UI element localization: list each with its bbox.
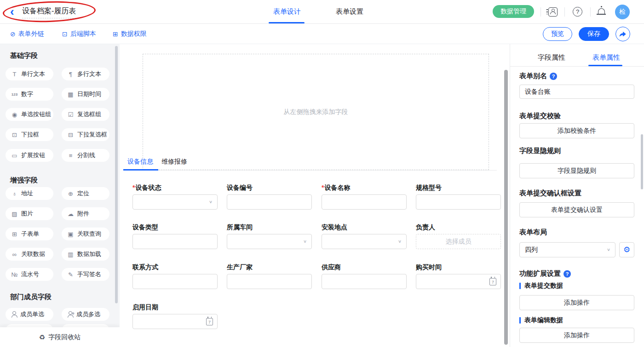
address-icon: ♁ bbox=[11, 190, 18, 197]
chevron-down-icon: ∨ bbox=[303, 239, 307, 244]
field-pill-dropdown[interactable]: ⊡下拉框 bbox=[6, 128, 53, 141]
share-button[interactable] bbox=[615, 27, 630, 41]
tab-form-design[interactable]: 表单设计 bbox=[269, 7, 305, 16]
linked-data-icon: ∞ bbox=[11, 251, 18, 258]
form-field-owner: 负责人 选择成员 bbox=[416, 223, 501, 249]
form-field-purchase-time: 购买时间 7 bbox=[416, 263, 501, 289]
canvas-tab-repair[interactable]: 维修报修 bbox=[161, 158, 187, 166]
checkbox-group-icon: ☑ bbox=[67, 111, 74, 118]
form-external-link[interactable]: ⊘ 表单外链 bbox=[10, 30, 44, 38]
help-icon[interactable]: ? bbox=[573, 7, 582, 17]
linked-query-icon: ▣ bbox=[67, 231, 74, 238]
layout-settings-button[interactable]: ⚙ bbox=[619, 242, 634, 257]
field-pill-address[interactable]: ♁地址 bbox=[6, 187, 53, 200]
field-pill-extend-button[interactable]: ▭扩展按钮 bbox=[6, 149, 53, 162]
form-toolbar: ⊘ 表单外链 ⊡ 后端脚本 ⊞ 数据权限 预览 保存 bbox=[0, 24, 644, 44]
serial-number-icon: № bbox=[11, 271, 18, 278]
form-field-device-type: 设备类型 bbox=[132, 223, 218, 249]
device-code-input[interactable] bbox=[227, 194, 312, 210]
field-pill-image[interactable]: ▨图片 bbox=[6, 207, 53, 220]
device-status-select[interactable]: ∨ bbox=[132, 194, 218, 210]
question-badge-icon[interactable]: ? bbox=[550, 73, 557, 80]
field-pill-multi-line-text[interactable]: ¶多行文本 bbox=[62, 68, 109, 80]
field-pill-divider-line[interactable]: ≡分割线 bbox=[62, 149, 109, 162]
install-location-select[interactable]: ∨ bbox=[322, 234, 407, 249]
chevron-down-icon: ∨ bbox=[209, 199, 213, 204]
form-edit-data-label: 表单编辑数据 bbox=[519, 316, 563, 324]
field-pill-signature[interactable]: ✎手写签名 bbox=[62, 268, 109, 281]
divider bbox=[540, 7, 541, 17]
field-dropzone[interactable]: 从左侧拖拽来添加字段 bbox=[143, 54, 489, 170]
data-permission-icon: ⊞ bbox=[113, 30, 118, 38]
gear-icon: ⚙ bbox=[623, 245, 630, 255]
contacts-book-icon[interactable] bbox=[548, 7, 558, 17]
field-pill-attachment[interactable]: ☁附件 bbox=[62, 207, 109, 220]
sidebar-scrollbar[interactable] bbox=[115, 46, 118, 303]
avatar[interactable]: 检 bbox=[615, 5, 630, 19]
form-layout-label: 表单布局 bbox=[519, 228, 547, 237]
workshop-select[interactable]: ∨ bbox=[227, 234, 312, 249]
field-pill-data-load[interactable]: ▥数据加载 bbox=[62, 248, 109, 261]
form-field-device-code: 设备编号 bbox=[227, 184, 312, 210]
submit-confirm-button[interactable]: 表单提交确认设置 bbox=[519, 202, 634, 217]
field-pill-serial-number[interactable]: №流水号 bbox=[6, 268, 53, 281]
tab-form-settings[interactable]: 表单设置 bbox=[331, 7, 368, 16]
spec-model-input[interactable] bbox=[416, 194, 501, 210]
field-pill-member-multi[interactable]: 成员多选 bbox=[62, 308, 109, 321]
section-title-member-fields: 部门成员字段 bbox=[10, 293, 52, 301]
canvas-tab-device-info[interactable]: 设备信息 bbox=[127, 158, 153, 166]
save-button[interactable]: 保存 bbox=[579, 27, 609, 41]
section-title-enhanced-fields: 增强字段 bbox=[10, 176, 38, 185]
panel-scrollbar[interactable] bbox=[641, 134, 643, 189]
back-icon[interactable]: ‹ bbox=[10, 5, 14, 18]
radio-group-icon: ◉ bbox=[11, 111, 18, 118]
field-pill-checkbox-group[interactable]: ☑复选框组 bbox=[62, 108, 109, 121]
purchase-time-input[interactable]: 7 bbox=[416, 274, 501, 289]
field-visibility-button[interactable]: 字段显隐规则 bbox=[519, 163, 634, 178]
tab-underline bbox=[123, 170, 497, 171]
form-field-install-location: 安装地点 ∨ bbox=[322, 223, 407, 249]
field-pill-linked-data[interactable]: ∞关联数据 bbox=[6, 248, 53, 261]
add-action-edit-button[interactable]: 添加操作 bbox=[519, 328, 634, 343]
extension-settings-label: 功能扩展设置 ? bbox=[519, 269, 571, 278]
preview-button[interactable]: 预览 bbox=[543, 27, 572, 41]
form-layout-select[interactable]: 四列 ∨ bbox=[519, 242, 615, 257]
add-action-submit-button[interactable]: 添加操作 bbox=[519, 295, 634, 310]
backend-script-link[interactable]: ⊡ 后端脚本 bbox=[62, 30, 96, 38]
data-permission-link[interactable]: ⊞ 数据权限 bbox=[113, 30, 147, 38]
add-validation-button[interactable]: 添加校验条件 bbox=[519, 123, 634, 138]
field-pill-multi-dropdown[interactable]: ⊟下拉复选框 bbox=[62, 128, 109, 141]
tab-form-properties[interactable]: 表单属性 bbox=[592, 53, 621, 62]
canvas-scrollbar[interactable] bbox=[504, 70, 508, 345]
select-member-button[interactable]: 选择成员 bbox=[416, 234, 501, 249]
subform-icon: ⊞ bbox=[11, 231, 18, 238]
properties-panel: 字段属性 表单属性 表单别名 ? 表单提交校验 添加校验条件 字段显隐规则 字段… bbox=[510, 44, 644, 347]
question-badge-icon[interactable]: ? bbox=[564, 270, 571, 278]
bell-icon[interactable] bbox=[598, 8, 605, 14]
field-library-sidebar: 基础字段 T单行文本 ¶多行文本 123数字 ▦日期时间 ◉单选按钮组 ☑复选框… bbox=[0, 44, 120, 347]
tab-field-properties[interactable]: 字段属性 bbox=[537, 53, 566, 62]
field-pill-single-line-text[interactable]: T单行文本 bbox=[6, 68, 53, 80]
dropzone-placeholder: 从左侧拖拽来添加字段 bbox=[284, 108, 348, 116]
device-type-input[interactable] bbox=[132, 234, 218, 249]
supplier-input[interactable] bbox=[322, 274, 407, 289]
field-pill-member-single[interactable]: 成员单选 bbox=[6, 308, 53, 321]
enable-date-input[interactable]: 7 bbox=[132, 314, 218, 329]
field-recycle-bin[interactable]: ♻ 字段回收站 bbox=[0, 327, 120, 347]
field-pill-linked-query[interactable]: ▣关联查询 bbox=[62, 228, 109, 240]
field-pill-locate[interactable]: ⊕定位 bbox=[62, 187, 109, 200]
form-alias-input[interactable] bbox=[519, 85, 634, 99]
field-pill-radio-group[interactable]: ◉单选按钮组 bbox=[6, 108, 53, 121]
field-pill-number[interactable]: 123数字 bbox=[6, 88, 53, 101]
field-visibility-label: 字段显隐规则 bbox=[519, 147, 561, 155]
contact-input[interactable] bbox=[132, 274, 218, 289]
single-line-text-icon: T bbox=[11, 71, 18, 78]
field-pill-datetime[interactable]: ▦日期时间 bbox=[62, 88, 109, 101]
manufacturer-input[interactable] bbox=[227, 274, 312, 289]
device-name-input[interactable] bbox=[322, 194, 407, 210]
form-field-supplier: 供应商 bbox=[322, 263, 407, 289]
field-pill-subform[interactable]: ⊞子表单 bbox=[6, 228, 53, 240]
attachment-icon: ☁ bbox=[67, 210, 74, 217]
section-title-basic-fields: 基础字段 bbox=[10, 51, 38, 60]
data-manage-button[interactable]: 数据管理 bbox=[493, 5, 534, 18]
